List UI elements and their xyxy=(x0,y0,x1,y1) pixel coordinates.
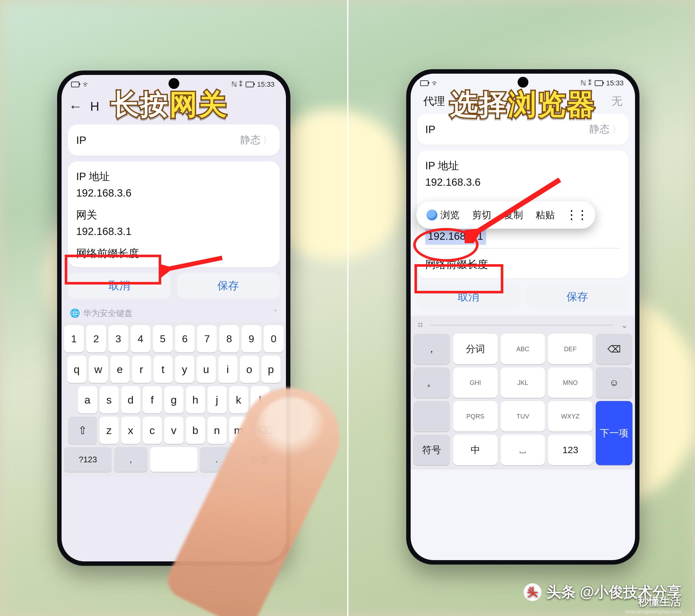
t9-keyboard: ⌗ ⌄ ， 分词 ABC DEF ⌫ 。 GHI JKL MNO ☺ PQRS … xyxy=(411,316,635,470)
key-v[interactable]: v xyxy=(164,417,183,444)
t9-zh-key[interactable]: 中 xyxy=(453,435,497,465)
t9-backspace-key[interactable]: ⌫ xyxy=(596,334,632,364)
key-2[interactable]: 2 xyxy=(86,325,106,352)
key-3[interactable]: 3 xyxy=(108,325,128,352)
keyboard-collapse-icon[interactable]: ⌄ xyxy=(621,320,628,330)
status-icons: ℕ ⁑ xyxy=(231,80,242,88)
t9-ghi-key[interactable]: GHI xyxy=(453,367,497,398)
key-e[interactable]: e xyxy=(111,356,130,383)
highlight-box-gateway-ip xyxy=(414,264,503,294)
key-b[interactable]: b xyxy=(186,417,205,444)
t9-sym-key[interactable]: 符号 xyxy=(413,435,450,465)
key-1[interactable]: 1 xyxy=(64,325,84,352)
t9-emoji-key[interactable]: ☺ xyxy=(596,367,632,398)
toutiao-logo-icon: 头 xyxy=(524,583,541,601)
chevron-right-icon: 〉 xyxy=(612,124,621,135)
t9-wxyz-key[interactable]: WXYZ xyxy=(548,401,593,432)
t9-num-key[interactable]: 123 xyxy=(548,435,593,465)
t9-dot-key[interactable]: 。 xyxy=(413,367,450,398)
phone-frame-right: ᯤ ℕ ⁑15:33 代理 无 IP 静态〉 IP 地址 192.168.3.6… xyxy=(406,69,640,565)
key-r[interactable]: r xyxy=(132,356,151,383)
comma-key[interactable]: , xyxy=(114,447,148,472)
key-d[interactable]: d xyxy=(121,386,140,413)
t9-blank-key[interactable] xyxy=(413,401,450,432)
status-time: 15:33 xyxy=(257,80,274,88)
key-6[interactable]: 6 xyxy=(175,325,195,352)
gateway-label: 网关 xyxy=(76,208,271,222)
t9-next-key[interactable]: 下一项 xyxy=(596,401,632,465)
ip-address-label: IP 地址 xyxy=(425,159,621,173)
key-j[interactable]: j xyxy=(207,386,226,413)
key-k[interactable]: k xyxy=(229,386,248,413)
caption-right: 选择浏览器 xyxy=(450,86,596,123)
key-c[interactable]: c xyxy=(143,417,162,444)
save-button[interactable]: 保存 xyxy=(526,284,629,310)
t9-def-key[interactable]: DEF xyxy=(548,334,593,364)
key-w[interactable]: w xyxy=(89,356,108,383)
key-g[interactable]: g xyxy=(164,386,183,413)
key-s[interactable]: s xyxy=(100,386,119,413)
key-q[interactable]: q xyxy=(67,356,86,383)
back-icon[interactable]: ← xyxy=(69,98,83,114)
shift-key[interactable]: ⇧ xyxy=(68,417,97,444)
watermark: 秒懂生活 miaodongshenghuo.com xyxy=(626,595,681,615)
t9-space-key[interactable]: ⎵ xyxy=(501,435,545,465)
key-n[interactable]: n xyxy=(207,417,226,444)
t9-tuv-key[interactable]: TUV xyxy=(501,401,545,432)
globe-icon: 🌐 xyxy=(70,308,80,318)
keyboard-header: 🌐华为安全键盘 ˅ xyxy=(62,304,286,322)
chevron-right-icon: 〉 xyxy=(263,135,271,146)
space-key[interactable] xyxy=(150,447,198,472)
key-4[interactable]: 4 xyxy=(131,325,150,352)
arrow-annotation-left xyxy=(159,252,228,287)
key-0[interactable]: 0 xyxy=(264,325,283,352)
key-i[interactable]: i xyxy=(218,356,237,383)
t9-jkl-key[interactable]: JKL xyxy=(501,367,545,398)
key-u[interactable]: u xyxy=(197,356,216,383)
key-9[interactable]: 9 xyxy=(241,325,261,352)
ip-mode-row[interactable]: IP 静态〉 xyxy=(76,125,271,155)
t9-fenci-key[interactable]: 分词 xyxy=(453,334,497,364)
key-f[interactable]: f xyxy=(143,386,162,413)
ip-address-value[interactable]: 192.168.3.6 xyxy=(76,187,271,199)
key-h[interactable]: h xyxy=(186,386,205,413)
page-title: H xyxy=(90,99,99,114)
t9-pqrs-key[interactable]: PQRS xyxy=(453,401,497,432)
key-t[interactable]: t xyxy=(154,356,173,383)
symbols-key[interactable]: ?123 xyxy=(64,447,112,472)
key-x[interactable]: x xyxy=(121,417,140,444)
key-y[interactable]: y xyxy=(175,356,194,383)
key-a[interactable]: a xyxy=(78,386,97,413)
ip-address-label: IP 地址 xyxy=(76,169,271,184)
t9-abc-key[interactable]: ABC xyxy=(501,334,545,364)
context-browse[interactable]: 浏览 xyxy=(420,209,466,222)
key-z[interactable]: z xyxy=(100,417,119,444)
key-p[interactable]: p xyxy=(261,356,281,383)
gateway-value[interactable]: 192.168.3.1 xyxy=(76,226,271,237)
t9-mno-key[interactable]: MNO xyxy=(548,367,593,398)
svg-line-0 xyxy=(165,258,222,270)
key-5[interactable]: 5 xyxy=(153,325,173,352)
key-7[interactable]: 7 xyxy=(197,325,217,352)
key-o[interactable]: o xyxy=(240,356,259,383)
keyboard-collapse-icon[interactable]: ˅ xyxy=(273,308,278,318)
browser-icon xyxy=(426,210,437,220)
highlight-box-gateway xyxy=(65,255,161,284)
caption-left: 长按网关 xyxy=(111,86,228,123)
grid-icon[interactable]: ⌗ xyxy=(418,319,423,331)
svg-line-1 xyxy=(474,180,560,234)
key-8[interactable]: 8 xyxy=(219,325,239,352)
t9-comma-key[interactable]: ， xyxy=(413,334,450,364)
arrow-annotation-right xyxy=(464,173,566,243)
